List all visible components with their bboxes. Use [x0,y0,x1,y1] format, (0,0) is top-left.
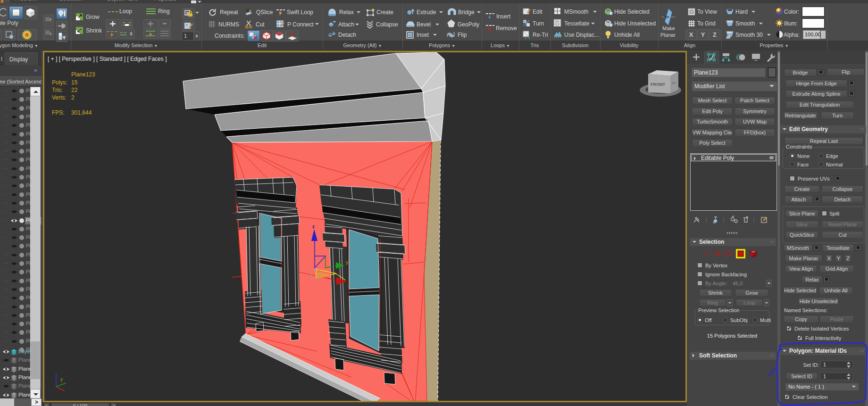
svg-text:z: z [312,224,315,229]
svg-text:FRONT: FRONT [651,82,665,87]
svg-text:x: x [348,281,351,286]
svg-text:y: y [346,259,349,265]
svg-text:y: y [60,377,63,382]
svg-text:RT: RT [672,82,676,85]
svg-text:30: 30 [726,35,730,39]
